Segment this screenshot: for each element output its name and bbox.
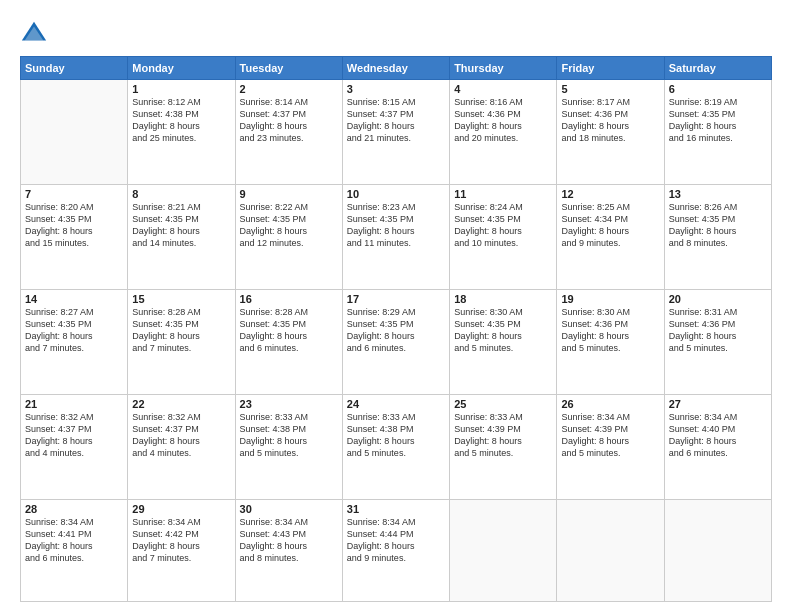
day-number: 12 — [561, 188, 659, 200]
day-number: 24 — [347, 398, 445, 410]
calendar-header-row: SundayMondayTuesdayWednesdayThursdayFrid… — [21, 57, 772, 80]
calendar-cell: 13Sunrise: 8:26 AM Sunset: 4:35 PM Dayli… — [664, 184, 771, 289]
calendar-table: SundayMondayTuesdayWednesdayThursdayFrid… — [20, 56, 772, 602]
day-info: Sunrise: 8:32 AM Sunset: 4:37 PM Dayligh… — [132, 411, 230, 460]
day-number: 26 — [561, 398, 659, 410]
calendar-day-header: Wednesday — [342, 57, 449, 80]
day-number: 1 — [132, 83, 230, 95]
day-info: Sunrise: 8:32 AM Sunset: 4:37 PM Dayligh… — [25, 411, 123, 460]
calendar-cell: 3Sunrise: 8:15 AM Sunset: 4:37 PM Daylig… — [342, 80, 449, 185]
day-info: Sunrise: 8:28 AM Sunset: 4:35 PM Dayligh… — [132, 306, 230, 355]
day-info: Sunrise: 8:34 AM Sunset: 4:40 PM Dayligh… — [669, 411, 767, 460]
day-number: 31 — [347, 503, 445, 515]
calendar-cell: 7Sunrise: 8:20 AM Sunset: 4:35 PM Daylig… — [21, 184, 128, 289]
day-info: Sunrise: 8:25 AM Sunset: 4:34 PM Dayligh… — [561, 201, 659, 250]
day-number: 16 — [240, 293, 338, 305]
calendar-cell: 19Sunrise: 8:30 AM Sunset: 4:36 PM Dayli… — [557, 289, 664, 394]
day-number: 21 — [25, 398, 123, 410]
calendar-cell — [664, 499, 771, 601]
day-info: Sunrise: 8:20 AM Sunset: 4:35 PM Dayligh… — [25, 201, 123, 250]
logo-icon — [20, 18, 48, 46]
calendar-cell: 31Sunrise: 8:34 AM Sunset: 4:44 PM Dayli… — [342, 499, 449, 601]
day-number: 5 — [561, 83, 659, 95]
day-number: 13 — [669, 188, 767, 200]
calendar-cell: 14Sunrise: 8:27 AM Sunset: 4:35 PM Dayli… — [21, 289, 128, 394]
calendar-cell — [21, 80, 128, 185]
calendar-cell: 5Sunrise: 8:17 AM Sunset: 4:36 PM Daylig… — [557, 80, 664, 185]
day-info: Sunrise: 8:28 AM Sunset: 4:35 PM Dayligh… — [240, 306, 338, 355]
day-info: Sunrise: 8:33 AM Sunset: 4:38 PM Dayligh… — [347, 411, 445, 460]
calendar-day-header: Saturday — [664, 57, 771, 80]
day-number: 25 — [454, 398, 552, 410]
calendar-cell: 29Sunrise: 8:34 AM Sunset: 4:42 PM Dayli… — [128, 499, 235, 601]
calendar-cell: 1Sunrise: 8:12 AM Sunset: 4:38 PM Daylig… — [128, 80, 235, 185]
calendar-day-header: Sunday — [21, 57, 128, 80]
day-info: Sunrise: 8:34 AM Sunset: 4:42 PM Dayligh… — [132, 516, 230, 565]
calendar-cell: 15Sunrise: 8:28 AM Sunset: 4:35 PM Dayli… — [128, 289, 235, 394]
day-info: Sunrise: 8:24 AM Sunset: 4:35 PM Dayligh… — [454, 201, 552, 250]
day-info: Sunrise: 8:26 AM Sunset: 4:35 PM Dayligh… — [669, 201, 767, 250]
day-number: 3 — [347, 83, 445, 95]
calendar-week-row: 14Sunrise: 8:27 AM Sunset: 4:35 PM Dayli… — [21, 289, 772, 394]
day-info: Sunrise: 8:34 AM Sunset: 4:44 PM Dayligh… — [347, 516, 445, 565]
day-info: Sunrise: 8:14 AM Sunset: 4:37 PM Dayligh… — [240, 96, 338, 145]
calendar-cell: 10Sunrise: 8:23 AM Sunset: 4:35 PM Dayli… — [342, 184, 449, 289]
calendar-cell: 12Sunrise: 8:25 AM Sunset: 4:34 PM Dayli… — [557, 184, 664, 289]
calendar-cell: 26Sunrise: 8:34 AM Sunset: 4:39 PM Dayli… — [557, 394, 664, 499]
day-info: Sunrise: 8:30 AM Sunset: 4:35 PM Dayligh… — [454, 306, 552, 355]
calendar-cell — [450, 499, 557, 601]
day-number: 14 — [25, 293, 123, 305]
calendar-cell: 6Sunrise: 8:19 AM Sunset: 4:35 PM Daylig… — [664, 80, 771, 185]
calendar-cell: 21Sunrise: 8:32 AM Sunset: 4:37 PM Dayli… — [21, 394, 128, 499]
day-info: Sunrise: 8:12 AM Sunset: 4:38 PM Dayligh… — [132, 96, 230, 145]
calendar-cell: 9Sunrise: 8:22 AM Sunset: 4:35 PM Daylig… — [235, 184, 342, 289]
calendar-cell — [557, 499, 664, 601]
day-number: 7 — [25, 188, 123, 200]
calendar-cell: 20Sunrise: 8:31 AM Sunset: 4:36 PM Dayli… — [664, 289, 771, 394]
calendar-cell: 18Sunrise: 8:30 AM Sunset: 4:35 PM Dayli… — [450, 289, 557, 394]
day-number: 9 — [240, 188, 338, 200]
calendar-cell: 8Sunrise: 8:21 AM Sunset: 4:35 PM Daylig… — [128, 184, 235, 289]
day-info: Sunrise: 8:29 AM Sunset: 4:35 PM Dayligh… — [347, 306, 445, 355]
calendar-week-row: 1Sunrise: 8:12 AM Sunset: 4:38 PM Daylig… — [21, 80, 772, 185]
calendar-cell: 27Sunrise: 8:34 AM Sunset: 4:40 PM Dayli… — [664, 394, 771, 499]
day-info: Sunrise: 8:16 AM Sunset: 4:36 PM Dayligh… — [454, 96, 552, 145]
calendar-cell: 4Sunrise: 8:16 AM Sunset: 4:36 PM Daylig… — [450, 80, 557, 185]
calendar-cell: 17Sunrise: 8:29 AM Sunset: 4:35 PM Dayli… — [342, 289, 449, 394]
day-number: 28 — [25, 503, 123, 515]
day-info: Sunrise: 8:23 AM Sunset: 4:35 PM Dayligh… — [347, 201, 445, 250]
calendar-cell: 16Sunrise: 8:28 AM Sunset: 4:35 PM Dayli… — [235, 289, 342, 394]
calendar-day-header: Monday — [128, 57, 235, 80]
day-number: 2 — [240, 83, 338, 95]
day-info: Sunrise: 8:19 AM Sunset: 4:35 PM Dayligh… — [669, 96, 767, 145]
day-info: Sunrise: 8:27 AM Sunset: 4:35 PM Dayligh… — [25, 306, 123, 355]
calendar-week-row: 7Sunrise: 8:20 AM Sunset: 4:35 PM Daylig… — [21, 184, 772, 289]
calendar-day-header: Tuesday — [235, 57, 342, 80]
calendar-week-row: 21Sunrise: 8:32 AM Sunset: 4:37 PM Dayli… — [21, 394, 772, 499]
day-number: 8 — [132, 188, 230, 200]
calendar-cell: 23Sunrise: 8:33 AM Sunset: 4:38 PM Dayli… — [235, 394, 342, 499]
day-number: 15 — [132, 293, 230, 305]
logo — [20, 18, 52, 46]
day-number: 11 — [454, 188, 552, 200]
day-number: 22 — [132, 398, 230, 410]
day-number: 29 — [132, 503, 230, 515]
calendar-cell: 25Sunrise: 8:33 AM Sunset: 4:39 PM Dayli… — [450, 394, 557, 499]
day-number: 10 — [347, 188, 445, 200]
day-info: Sunrise: 8:33 AM Sunset: 4:39 PM Dayligh… — [454, 411, 552, 460]
day-info: Sunrise: 8:15 AM Sunset: 4:37 PM Dayligh… — [347, 96, 445, 145]
calendar-cell: 2Sunrise: 8:14 AM Sunset: 4:37 PM Daylig… — [235, 80, 342, 185]
day-number: 23 — [240, 398, 338, 410]
calendar-week-row: 28Sunrise: 8:34 AM Sunset: 4:41 PM Dayli… — [21, 499, 772, 601]
calendar-day-header: Thursday — [450, 57, 557, 80]
day-number: 27 — [669, 398, 767, 410]
calendar-cell: 22Sunrise: 8:32 AM Sunset: 4:37 PM Dayli… — [128, 394, 235, 499]
day-info: Sunrise: 8:17 AM Sunset: 4:36 PM Dayligh… — [561, 96, 659, 145]
day-info: Sunrise: 8:33 AM Sunset: 4:38 PM Dayligh… — [240, 411, 338, 460]
page: SundayMondayTuesdayWednesdayThursdayFrid… — [0, 0, 792, 612]
calendar-cell: 28Sunrise: 8:34 AM Sunset: 4:41 PM Dayli… — [21, 499, 128, 601]
day-info: Sunrise: 8:30 AM Sunset: 4:36 PM Dayligh… — [561, 306, 659, 355]
header — [20, 18, 772, 46]
day-info: Sunrise: 8:22 AM Sunset: 4:35 PM Dayligh… — [240, 201, 338, 250]
calendar-cell: 11Sunrise: 8:24 AM Sunset: 4:35 PM Dayli… — [450, 184, 557, 289]
